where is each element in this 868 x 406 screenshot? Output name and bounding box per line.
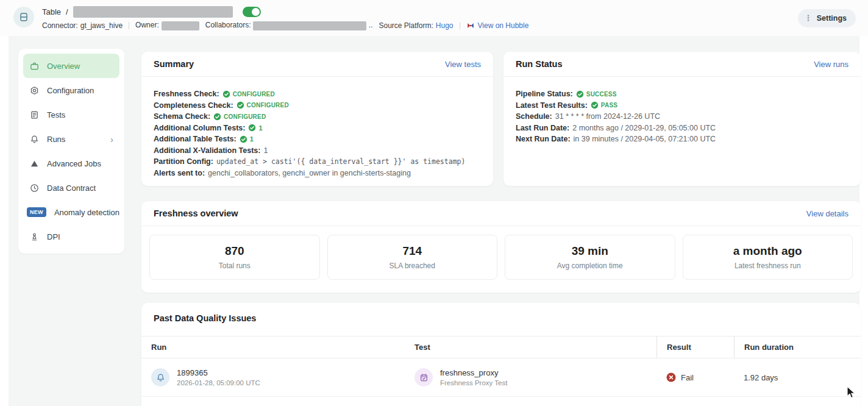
- statue-icon: [29, 232, 39, 241]
- stat-total-runs: 870 Total runs: [149, 235, 320, 280]
- summary-row-partition-config: Partition Config: updated_at > casti'({ …: [154, 156, 481, 168]
- freshness-overview-card: Freshness overview View details 870 Tota…: [141, 201, 861, 293]
- sidebar-item-tests[interactable]: Tests: [23, 102, 119, 127]
- row-label: Partition Config:: [154, 157, 213, 166]
- run-cell: 1899365 2026-01-28, 05:09:00 UTC: [141, 358, 405, 396]
- run-date: 2026-01-28, 05:09:00 UTC: [177, 379, 260, 386]
- sidebar-item-configuration[interactable]: Configuration: [23, 78, 119, 102]
- owner-meta: Owner:: [135, 21, 199, 30]
- kebab-menu-icon: ⋮: [805, 14, 813, 22]
- hubble-icon: [466, 21, 475, 30]
- table-row[interactable]: 1899365 2026-01-28, 05:09:00 UTC freshne…: [141, 358, 861, 397]
- row-value: 31 * * * * from 2024-12-26 UTC: [555, 112, 660, 121]
- fail-x-circle-icon: [666, 372, 676, 382]
- summary-row-column-tests: Additional Column Tests: 1: [154, 123, 481, 134]
- toggle-knob: [252, 8, 260, 16]
- triangle-icon: [29, 158, 39, 168]
- stat-value: a month ago: [733, 244, 802, 258]
- issues-table-header: Run Test Result Run duration: [141, 336, 861, 358]
- summary-row-xvalidation-tests: Additional X-Validation Tests: 1: [154, 145, 481, 157]
- duration-cell: 1.92 days: [734, 358, 861, 396]
- redacted-owner: [162, 21, 199, 30]
- pass-badge: PASS: [601, 102, 617, 109]
- status-row-last-run: Last Run Date: 2 months ago / 2029-01-29…: [516, 123, 848, 134]
- freshness-card-header: Freshness overview View details: [141, 201, 861, 226]
- table-entity-icon: [13, 7, 34, 27]
- row-value: in 39 minutes / 2029-04-05, 07:21:00 UTC: [574, 135, 716, 143]
- test-count: 1: [250, 135, 254, 143]
- run-id: 1899365: [177, 368, 260, 377]
- result-value: Fail: [681, 373, 694, 382]
- sidebar-item-label: Advanced Jobs: [47, 159, 101, 168]
- entity-meta-row: Connector:gt_jaws_hive Owner: Collaborat…: [42, 21, 528, 30]
- stat-caption: Avg completion time: [557, 262, 623, 270]
- view-tests-link[interactable]: View tests: [445, 60, 481, 69]
- mouse-cursor: [846, 386, 856, 402]
- stat-value: 870: [225, 244, 244, 258]
- stat-caption: Latest freshness run: [735, 262, 801, 270]
- success-badge: SUCCESS: [586, 91, 617, 98]
- row-label: Pipeline Status:: [516, 90, 573, 98]
- status-row-latest-tests: Latest Test Results: PASS: [516, 100, 848, 112]
- sidebar-item-dpi[interactable]: DPI: [23, 224, 119, 249]
- row-label: Latest Test Results:: [516, 101, 588, 110]
- row-value: 1: [263, 146, 268, 155]
- column-header-run: Run: [141, 337, 405, 358]
- view-runs-link[interactable]: View runs: [814, 60, 848, 69]
- summary-row-table-tests: Additional Table Tests: 1: [154, 134, 481, 145]
- card-title: Run Status: [516, 59, 563, 69]
- row-label: Additional Column Tests:: [154, 124, 245, 132]
- result-cell: Fail: [656, 358, 734, 396]
- summary-card: Summary View tests Freshness Check: CONF…: [141, 52, 493, 186]
- sidebar-item-label: Configuration: [47, 86, 94, 95]
- configured-badge: CONFIGURED: [224, 113, 266, 120]
- bell-icon: [29, 134, 39, 144]
- stat-avg-completion: 39 min Avg completion time: [505, 235, 675, 280]
- collaborators-meta: Collaborators: ..: [205, 21, 373, 30]
- sidebar-item-label: DPI: [47, 232, 60, 241]
- collaborators-ellipsis: ..: [369, 21, 373, 29]
- sidebar-item-anomaly-detection[interactable]: NEW Anomaly detection: [23, 200, 119, 224]
- view-on-hubble-link[interactable]: View on Hubble: [466, 21, 529, 30]
- column-header-test: Test: [405, 337, 656, 358]
- summary-row-alerts: Alerts sent to: genchi_collaborators, ge…: [154, 168, 481, 179]
- run-status-card: Run Status View runs Pipeline Status: SU…: [503, 52, 861, 186]
- redacted-collaborators: [253, 21, 366, 30]
- freshness-stats-row: 870 Total runs 714 SLA breached 39 min A…: [141, 226, 861, 280]
- status-row-next-run: Next Run Date: in 39 minutes / 2029-04-0…: [516, 134, 848, 145]
- sidebar-item-advanced-jobs[interactable]: Advanced Jobs: [23, 151, 119, 176]
- calendar-check-icon: [414, 368, 433, 386]
- row-value: 2 months ago / 2029-01-29, 05:05:00 UTC: [572, 124, 716, 132]
- sidebar-item-data-contract[interactable]: Data Contract: [23, 176, 119, 200]
- sidebar-item-label: Data Contract: [47, 183, 96, 193]
- test-cell: freshness_proxy Freshness Proxy Test: [405, 358, 656, 396]
- row-label: Schedule:: [516, 112, 552, 121]
- gear-icon: [29, 85, 39, 95]
- sidebar: Overview Configuration Tests: [18, 49, 124, 254]
- view-details-link[interactable]: View details: [806, 209, 848, 218]
- source-platform-link[interactable]: Hugo: [436, 21, 454, 30]
- page: Table / Connector:gt_jaws_hive Owner: Co…: [0, 0, 868, 406]
- summary-row-freshness-check: Freshness Check: CONFIGURED: [154, 88, 481, 100]
- status-row-schedule: Schedule: 31 * * * * from 2024-12-26 UTC: [516, 111, 848, 123]
- row-value: genchi_collaborators, genchi_owner in ge…: [208, 169, 411, 177]
- past-issues-title: Past Data Quality Issues: [141, 303, 861, 336]
- check-circle-icon: [213, 113, 221, 121]
- check-circle-icon: [240, 135, 247, 143]
- divider: [129, 22, 129, 29]
- sidebar-item-label: Anomaly detection: [54, 208, 119, 217]
- column-header-run-duration: Run duration: [734, 337, 861, 358]
- row-label: Additional X-Validation Tests:: [154, 146, 260, 155]
- sidebar-item-overview[interactable]: Overview: [23, 54, 119, 78]
- configured-badge: CONFIGURED: [233, 91, 275, 98]
- sidebar-item-label: Overview: [47, 62, 80, 71]
- redacted-table-name: [73, 6, 233, 18]
- sidebar-item-runs[interactable]: Runs ›: [23, 127, 119, 151]
- chevron-right-icon: ›: [110, 135, 113, 144]
- table-enabled-toggle[interactable]: [243, 7, 261, 17]
- stat-value: 39 min: [572, 244, 608, 258]
- settings-button[interactable]: ⋮ Settings: [798, 9, 856, 27]
- stat-value: 714: [402, 244, 422, 258]
- source-platform-label: Source Platform:: [379, 21, 433, 30]
- entity-titles: Table / Connector:gt_jaws_hive Owner: Co…: [42, 5, 528, 30]
